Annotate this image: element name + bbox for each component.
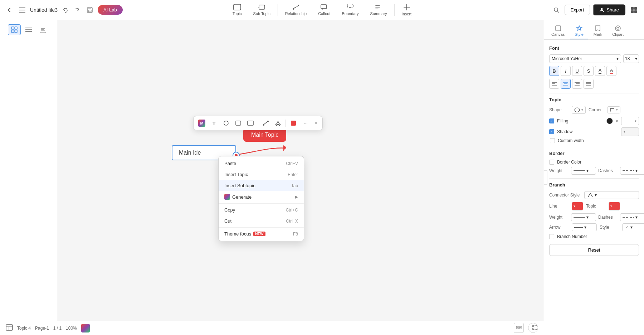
ft-rect-button[interactable] [245, 118, 256, 128]
outline-view-button[interactable] [36, 24, 49, 35]
list-view-button[interactable] [22, 24, 35, 35]
font-color-button[interactable]: A [595, 66, 605, 76]
ft-divider-1 [258, 120, 258, 127]
branch-dashes-select[interactable]: ▾ [620, 213, 644, 221]
border-color-checkbox[interactable] [549, 160, 554, 165]
custom-width-checkbox[interactable] [550, 138, 555, 143]
border-weight-select[interactable]: ▾ [571, 167, 596, 175]
underline-button[interactable]: U [572, 66, 582, 76]
tool-boundary[interactable]: Boundary [336, 3, 364, 17]
align-left-button[interactable] [549, 79, 559, 89]
ft-circle-button[interactable] [221, 118, 231, 128]
filling-checkbox[interactable]: ✓ [549, 118, 554, 123]
svg-rect-22 [631, 10, 634, 13]
search-button[interactable] [551, 5, 562, 15]
ctx-theme-focus[interactable]: Theme focus NEW F8 [219, 228, 304, 239]
ctx-theme-focus-label: Theme focus [224, 231, 251, 237]
branch-topic-color-button[interactable]: ▾ [609, 202, 620, 210]
tool-insert[interactable]: Insert [396, 2, 418, 18]
tab-style-label: Style [575, 32, 583, 37]
ft-connect-button[interactable] [260, 118, 271, 128]
highlight-button[interactable]: A [606, 66, 616, 76]
top-bar: Untitled file3 AI Lab Topic Sub Topic Re… [0, 0, 644, 20]
style-select[interactable]: ⟋ ▾ [622, 223, 644, 231]
redo-button[interactable] [72, 5, 82, 15]
tab-clipart[interactable]: Clipart [608, 23, 628, 39]
tab-mark-label: Mark [594, 32, 602, 37]
card-view-button[interactable] [8, 24, 21, 35]
connector-style-label: Connector Style [549, 193, 581, 198]
branch-topic-color-chevron: ▾ [610, 204, 612, 208]
ft-close-button[interactable]: × [312, 120, 319, 127]
strikethrough-button[interactable]: S [584, 66, 594, 76]
filling-color-input[interactable]: ▾ [621, 117, 639, 125]
save-button[interactable] [85, 5, 95, 15]
svg-point-60 [575, 108, 580, 112]
align-right-button[interactable] [572, 79, 582, 89]
ctx-generate[interactable]: Generate ▶ [219, 191, 304, 203]
branch-weight-preview [574, 217, 585, 218]
canvas-area[interactable]: M T ··· × Main Ide [57, 20, 544, 335]
ctx-divider-2 [219, 227, 304, 228]
undo-button[interactable] [60, 5, 70, 15]
connector-style-select[interactable]: ▾ [584, 191, 639, 199]
ctx-copy[interactable]: Copy Ctrl+C [219, 204, 304, 215]
panel-collapse-button[interactable]: › [544, 170, 547, 185]
ctx-paste[interactable]: Paste Ctrl+V [219, 158, 304, 169]
border-dashes-select[interactable]: ▾ [620, 167, 644, 175]
ctx-insert-topic-label: Insert Topic [224, 172, 248, 177]
italic-button[interactable]: I [561, 66, 571, 76]
ctx-cut[interactable]: Cut Ctrl+X [219, 215, 304, 227]
font-family-select[interactable]: Microsoft YaHei ▾ [549, 54, 621, 63]
tool-callout[interactable]: Callout [312, 3, 336, 17]
help-button[interactable]: ? [528, 323, 538, 333]
svg-rect-61 [6, 325, 13, 330]
branch-number-checkbox[interactable] [549, 234, 554, 239]
font-size-chevron: ▾ [635, 56, 637, 61]
top-bar-right: Export Share [551, 4, 640, 16]
ft-cut-button[interactable] [273, 118, 283, 128]
align-center-button[interactable] [561, 79, 571, 89]
ft-square-button[interactable] [233, 118, 244, 128]
shadow-checkbox[interactable]: ✓ [549, 129, 554, 134]
arrow-select[interactable]: —— ▾ [572, 223, 597, 231]
corner-select[interactable]: ▾ [607, 106, 620, 113]
svg-rect-27 [15, 30, 17, 33]
tool-subtopic[interactable]: Sub Topic [248, 3, 276, 17]
tool-relationship[interactable]: Relationship [279, 3, 313, 17]
weight-chevron: ▾ [586, 168, 589, 173]
filling-color[interactable] [606, 118, 613, 124]
ft-logo-button[interactable]: M [196, 118, 207, 128]
grid-apps-button[interactable] [628, 4, 640, 16]
ft-more-button[interactable]: ··· [300, 118, 311, 128]
ft-text-button[interactable]: T [209, 118, 219, 128]
svg-point-19 [601, 8, 603, 10]
tool-topic[interactable]: Topic [227, 3, 248, 17]
svg-marker-35 [283, 145, 286, 151]
ft-color-button[interactable] [288, 118, 299, 128]
reset-button[interactable]: Reset [549, 244, 639, 256]
align-justify-button[interactable] [584, 79, 594, 89]
menu-button[interactable] [17, 5, 27, 15]
shadow-check: ✓ [550, 130, 553, 133]
font-size-box[interactable]: 18 ▾ [623, 54, 639, 63]
branch-weight-select[interactable]: ▾ [571, 213, 596, 221]
ctx-insert-subtopic[interactable]: Insert Subtopic Tab [219, 180, 304, 191]
back-button[interactable] [4, 5, 14, 15]
share-button[interactable]: Share [593, 4, 625, 15]
tab-canvas[interactable]: Canvas [547, 23, 569, 39]
tool-summary[interactable]: Summary [365, 3, 393, 17]
layout-button[interactable] [6, 324, 13, 332]
tab-mark[interactable]: Mark [589, 23, 606, 39]
tab-style[interactable]: Style [570, 23, 587, 39]
ai-lab-button[interactable]: AI Lab [98, 5, 123, 15]
svg-rect-23 [634, 10, 637, 13]
ctx-insert-topic[interactable]: Insert Topic Enter [219, 169, 304, 180]
shadow-color-box[interactable]: ▾ [621, 127, 639, 136]
keyboard-shortcut-button[interactable]: ⌨ [514, 323, 524, 333]
export-button[interactable]: Export [565, 5, 590, 15]
font-section-title: Font [549, 45, 639, 51]
shape-select[interactable]: ▾ [572, 106, 586, 114]
bold-button[interactable]: B [549, 66, 559, 76]
line-color-button[interactable]: ▾ [572, 202, 583, 210]
